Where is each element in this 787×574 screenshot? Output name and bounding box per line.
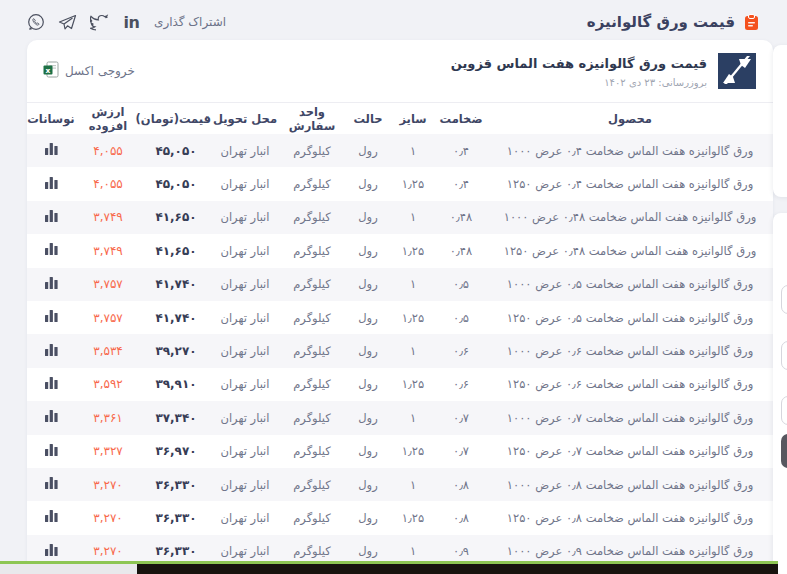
svg-text:x: x	[46, 66, 51, 75]
state-cell: رول	[345, 134, 391, 167]
bar-chart-icon	[44, 145, 59, 159]
size-cell: ۱	[391, 201, 435, 234]
excel-export-label: خروجی اکسل	[65, 64, 135, 78]
product-cell: ورق گالوانیزه هفت الماس ضخامت ۰٫۶ عرض ۱۰…	[487, 334, 773, 367]
bottom-banner-left	[0, 564, 137, 574]
state-cell: رول	[345, 268, 391, 301]
page-title-group: قیمت ورق گالوانیزه	[587, 13, 761, 32]
unit-cell: کیلوگرم	[279, 201, 345, 234]
bottom-banner-dark	[137, 564, 778, 574]
size-cell: ۱٫۲۵	[391, 301, 435, 334]
vat-cell: ۳,۷۵۷	[75, 301, 141, 334]
price-list-icon	[742, 13, 761, 32]
haft-almas-logo	[717, 51, 757, 91]
linkedin-icon[interactable]: in	[122, 13, 141, 32]
state-cell: رول	[345, 167, 391, 200]
product-cell: ورق گالوانیزه هفت الماس ضخامت ۰٫۵ عرض ۱۰…	[487, 268, 773, 301]
side-button-dark[interactable]	[781, 434, 787, 468]
price-cell: ۳۶,۹۷۰	[141, 435, 211, 468]
col-header-delivery: محل تحویل	[211, 103, 279, 134]
twitter-icon[interactable]	[90, 13, 109, 32]
bar-chart-icon	[44, 479, 59, 493]
bar-chart-icon	[44, 279, 59, 293]
telegram-icon[interactable]	[58, 13, 77, 32]
fluctuation-cell[interactable]	[27, 268, 75, 301]
fluctuation-cell[interactable]	[27, 301, 75, 334]
fluctuation-cell[interactable]	[27, 134, 75, 167]
price-cell: ۳۶,۳۳۰	[141, 501, 211, 534]
header-row: محصول ضخامت سایز حالت واحد سفارش محل تحو…	[27, 103, 773, 134]
table-row: ورق گالوانیزه هفت الماس ضخامت ۰٫۴۸ عرض ۱…	[27, 201, 773, 234]
state-cell: رول	[345, 501, 391, 534]
bar-chart-icon	[44, 179, 59, 193]
side-button-2[interactable]	[781, 341, 787, 370]
price-table: محصول ضخامت سایز حالت واحد سفارش محل تحو…	[27, 103, 773, 568]
unit-cell: کیلوگرم	[279, 268, 345, 301]
table-row: ورق گالوانیزه هفت الماس ضخامت ۰٫۸ عرض ۱۲…	[27, 501, 773, 534]
brand-block: قیمت ورق گالوانیزه هفت الماس قزوین بروزر…	[451, 51, 757, 91]
table-row: ورق گالوانیزه هفت الماس ضخامت ۰٫۴۸ عرض ۱…	[27, 234, 773, 267]
fluctuation-cell[interactable]	[27, 201, 75, 234]
fluctuation-cell[interactable]	[27, 234, 75, 267]
vat-cell: ۳,۷۴۹	[75, 234, 141, 267]
delivery-cell: انبار تهران	[211, 501, 279, 534]
fluctuation-cell[interactable]	[27, 468, 75, 501]
state-cell: رول	[345, 234, 391, 267]
price-table-head: محصول ضخامت سایز حالت واحد سفارش محل تحو…	[27, 103, 773, 134]
delivery-cell: انبار تهران	[211, 435, 279, 468]
product-cell: ورق گالوانیزه هفت الماس ضخامت ۰٫۴۸ عرض ۱…	[487, 201, 773, 234]
size-cell: ۱٫۲۵	[391, 167, 435, 200]
delivery-cell: انبار تهران	[211, 268, 279, 301]
size-cell: ۱	[391, 401, 435, 434]
unit-cell: کیلوگرم	[279, 234, 345, 267]
product-cell: ورق گالوانیزه هفت الماس ضخامت ۰٫۸ عرض ۱۰…	[487, 468, 773, 501]
fluctuation-cell[interactable]	[27, 501, 75, 534]
vat-cell: ۳,۵۳۴	[75, 334, 141, 367]
excel-export-button[interactable]: خروجی اکسل x	[43, 61, 135, 81]
product-cell: ورق گالوانیزه هفت الماس ضخامت ۰٫۶ عرض ۱۲…	[487, 368, 773, 401]
bar-chart-icon	[44, 446, 59, 460]
whatsapp-icon[interactable]	[26, 13, 45, 32]
fluctuation-cell[interactable]	[27, 368, 75, 401]
state-cell: رول	[345, 334, 391, 367]
price-table-body: ورق گالوانیزه هفت الماس ضخامت ۰٫۴ عرض ۱۰…	[27, 134, 773, 568]
table-row: ورق گالوانیزه هفت الماس ضخامت ۰٫۷ عرض ۱۲…	[27, 435, 773, 468]
thickness-cell: ۰٫۶	[435, 334, 487, 367]
bar-chart-icon	[44, 379, 59, 393]
product-cell: ورق گالوانیزه هفت الماس ضخامت ۰٫۴ عرض ۱۰…	[487, 134, 773, 167]
state-cell: رول	[345, 368, 391, 401]
fluctuation-cell[interactable]	[27, 167, 75, 200]
price-cell: ۴۵,۰۵۰	[141, 167, 211, 200]
delivery-cell: انبار تهران	[211, 134, 279, 167]
vat-cell: ۳,۲۷۰	[75, 501, 141, 534]
size-cell: ۱	[391, 334, 435, 367]
delivery-cell: انبار تهران	[211, 234, 279, 267]
fluctuation-cell[interactable]	[27, 334, 75, 367]
delivery-cell: انبار تهران	[211, 468, 279, 501]
side-button-3[interactable]	[781, 396, 787, 425]
bar-chart-icon	[44, 245, 59, 259]
table-row: ورق گالوانیزه هفت الماس ضخامت ۰٫۶ عرض ۱۲…	[27, 368, 773, 401]
table-row: ورق گالوانیزه هفت الماس ضخامت ۰٫۴ عرض ۱۰…	[27, 134, 773, 167]
col-header-thickness: ضخامت	[435, 103, 487, 134]
col-header-vat: ارزش افزوده	[75, 103, 141, 134]
thickness-cell: ۰٫۷	[435, 401, 487, 434]
brand-updated: بروزرسانی: ۲۳ دی ۱۴۰۲	[451, 77, 707, 88]
unit-cell: کیلوگرم	[279, 334, 345, 367]
fluctuation-cell[interactable]	[27, 435, 75, 468]
thickness-cell: ۰٫۸	[435, 501, 487, 534]
thickness-cell: ۰٫۴	[435, 134, 487, 167]
col-header-product: محصول	[487, 103, 773, 134]
bar-chart-icon	[44, 412, 59, 426]
fluctuation-cell[interactable]	[27, 401, 75, 434]
product-cell: ورق گالوانیزه هفت الماس ضخامت ۰٫۴۸ عرض ۱…	[487, 234, 773, 267]
brand-text: قیمت ورق گالوانیزه هفت الماس قزوین بروزر…	[451, 54, 707, 88]
side-panel-top	[773, 45, 787, 197]
unit-cell: کیلوگرم	[279, 368, 345, 401]
unit-cell: کیلوگرم	[279, 401, 345, 434]
price-card: قیمت ورق گالوانیزه هفت الماس قزوین بروزر…	[27, 40, 773, 574]
col-header-state: حالت	[345, 103, 391, 134]
share-label: اشتراک گذاری	[154, 15, 226, 29]
side-button-1[interactable]	[781, 285, 787, 314]
vat-cell: ۳,۳۲۷	[75, 435, 141, 468]
